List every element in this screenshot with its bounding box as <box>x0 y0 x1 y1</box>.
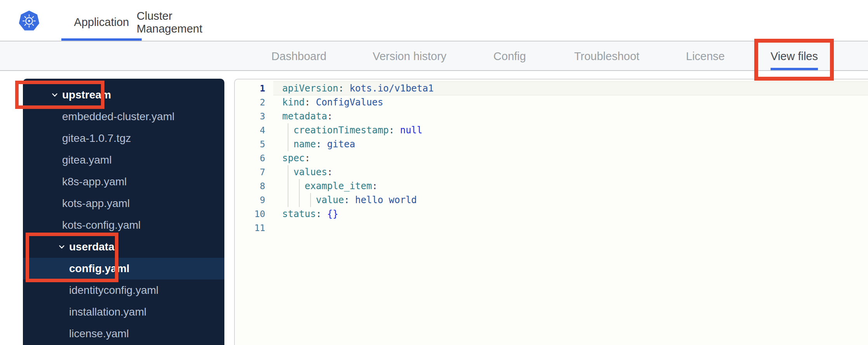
subnav-tab-config[interactable]: Config <box>487 41 532 71</box>
tab-cluster-management-label: Cluster Management <box>137 10 234 35</box>
subnav-tab-label: License <box>686 50 725 63</box>
file-label: license.yaml <box>69 328 129 340</box>
code-line-4[interactable]: 4 creationTimestamp: null <box>235 123 868 137</box>
code-content: spec: <box>273 151 868 165</box>
line-number: 3 <box>235 109 265 123</box>
file-tree: upstreamembedded-cluster.yamlgitea-1.0.7… <box>23 79 224 345</box>
code-content: values: <box>273 165 868 179</box>
line-number: 11 <box>235 221 265 235</box>
tree-file-gitea-yaml[interactable]: gitea.yaml <box>23 149 224 171</box>
subnav-tab-label: Dashboard <box>271 50 326 63</box>
kots-admin-console: Application Cluster Management Dashboard… <box>0 0 868 345</box>
tree-file-embedded-cluster-yaml[interactable]: embedded-cluster.yaml <box>23 106 224 128</box>
folder-label: userdata <box>69 241 115 253</box>
tree-file-identityconfig-yaml[interactable]: identityconfig.yaml <box>23 279 224 301</box>
file-label: k8s-app.yaml <box>62 176 127 188</box>
code-content: creationTimestamp: null <box>273 123 868 137</box>
subnav-tab-license[interactable]: License <box>680 41 731 71</box>
code-content <box>273 221 868 235</box>
subnav-tab-label: Troubleshoot <box>574 50 639 63</box>
file-label: kots-config.yaml <box>62 219 141 231</box>
tree-file-license-yaml[interactable]: license.yaml <box>23 323 224 345</box>
code-line-5[interactable]: 5 name: gitea <box>235 137 868 151</box>
indent-guide <box>288 179 288 193</box>
chevron-down-icon <box>58 243 66 251</box>
tree-folder-userdata[interactable]: userdata <box>23 236 224 258</box>
file-label: kots-app.yaml <box>62 197 130 210</box>
code-content: status: {} <box>273 207 868 221</box>
line-number: 8 <box>235 179 265 193</box>
line-number: 5 <box>235 137 265 151</box>
code-editor[interactable]: 1apiVersion: kots.io/v1beta12kind: Confi… <box>234 79 868 345</box>
subnav-tab-label: Version history <box>373 50 446 63</box>
code-content: apiVersion: kots.io/v1beta1 <box>273 81 868 95</box>
line-number: 1 <box>235 81 265 95</box>
file-label: gitea-1.0.7.tgz <box>62 132 131 145</box>
indent-guide <box>299 179 300 193</box>
code-line-1[interactable]: 1apiVersion: kots.io/v1beta1 <box>235 81 868 95</box>
code-line-3[interactable]: 3metadata: <box>235 109 868 123</box>
code-line-2[interactable]: 2kind: ConfigValues <box>235 95 868 109</box>
code-content: name: gitea <box>273 137 868 151</box>
subnav-tab-dashboard[interactable]: Dashboard <box>265 41 333 71</box>
indent-guide <box>288 137 288 151</box>
tab-cluster-management[interactable]: Cluster Management <box>137 0 234 41</box>
indent-guide <box>288 193 288 207</box>
file-label: embedded-cluster.yaml <box>62 110 174 123</box>
code-line-10[interactable]: 10status: {} <box>235 207 868 221</box>
code-content: metadata: <box>273 109 868 123</box>
indent-guide <box>310 193 311 207</box>
subnav-tab-label: Config <box>493 50 526 63</box>
tree-file-kots-app-yaml[interactable]: kots-app.yaml <box>23 193 224 214</box>
tree-file-gitea-1-0-7-tgz[interactable]: gitea-1.0.7.tgz <box>23 128 224 149</box>
app-header: Application Cluster Management <box>0 0 868 41</box>
code-line-6[interactable]: 6spec: <box>235 151 868 165</box>
indent-guide <box>288 123 288 137</box>
code-line-11[interactable]: 11 <box>235 221 868 235</box>
line-number: 4 <box>235 123 265 137</box>
file-label: identityconfig.yaml <box>69 284 158 297</box>
folder-label: upstream <box>62 89 111 101</box>
tab-application[interactable]: Application <box>61 0 142 41</box>
line-number: 2 <box>235 95 265 109</box>
subnav-tab-label: View files <box>771 50 818 63</box>
code-line-7[interactable]: 7 values: <box>235 165 868 179</box>
chevron-down-icon <box>51 91 59 99</box>
line-number: 10 <box>235 207 265 221</box>
code-line-8[interactable]: 8 example_item: <box>235 179 868 193</box>
code-content: example_item: <box>273 179 868 193</box>
tab-application-label: Application <box>74 16 129 29</box>
code-line-9[interactable]: 9 value: hello world <box>235 193 868 207</box>
line-number: 6 <box>235 151 265 165</box>
file-label: gitea.yaml <box>62 154 112 166</box>
kubernetes-logo-icon <box>18 10 40 31</box>
tree-file-k8s-app-yaml[interactable]: k8s-app.yaml <box>23 171 224 193</box>
code-content: kind: ConfigValues <box>273 95 868 109</box>
indent-guide <box>288 165 288 179</box>
subnav-tab-troubleshoot[interactable]: Troubleshoot <box>568 41 646 71</box>
line-number: 9 <box>235 193 265 207</box>
subnav-tab-view-files[interactable]: View files <box>764 41 824 71</box>
tree-file-installation-yaml[interactable]: installation.yaml <box>23 301 224 323</box>
line-number: 7 <box>235 165 265 179</box>
tree-file-config-yaml[interactable]: config.yaml <box>23 258 224 279</box>
file-label: installation.yaml <box>69 306 146 318</box>
code-content: value: hello world <box>273 193 868 207</box>
tree-file-kots-config-yaml[interactable]: kots-config.yaml <box>23 214 224 236</box>
subnav-tab-version-history[interactable]: Version history <box>366 41 453 71</box>
app-subnav: DashboardVersion historyConfigTroublesho… <box>0 41 868 71</box>
indent-guide <box>299 193 300 207</box>
tree-folder-upstream[interactable]: upstream <box>23 84 224 106</box>
file-label: config.yaml <box>69 262 130 275</box>
